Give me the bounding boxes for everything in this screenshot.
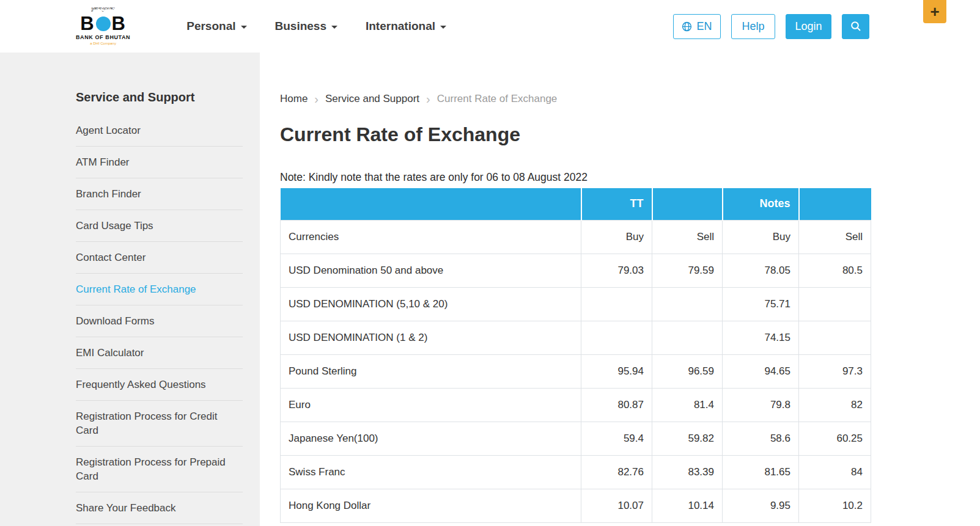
header-cell-notes: Notes (723, 188, 799, 220)
currency-cell: Pound Sterling (281, 354, 581, 388)
notes-sell-cell: 97.3 (799, 354, 871, 388)
plus-icon: + (930, 4, 939, 20)
currency-cell: Japanese Yen(100) (281, 422, 581, 455)
sidebar-item[interactable]: Contact Center (76, 242, 243, 274)
accessibility-plus-button[interactable]: + (923, 0, 946, 23)
tt-sell-cell: 10.14 (652, 489, 723, 522)
notes-buy-cell: 94.65 (723, 354, 799, 388)
breadcrumb-current-page: Current Rate of Exchange (437, 92, 558, 106)
currency-cell: Euro (281, 388, 581, 422)
main-nav: Personal Business International (186, 20, 446, 33)
subheader-notes-sell: Sell (799, 220, 871, 254)
notes-buy-cell: 79.8 (723, 388, 799, 422)
bank-logo[interactable]: འབྲུག་གི་དངུལ་ཁང་ B B BANK OF BHUTAN a D… (76, 7, 130, 45)
login-button[interactable]: Login (786, 14, 831, 39)
nav-business[interactable]: Business (275, 20, 337, 33)
logo-tagline: a DHI Company (90, 42, 116, 45)
notes-sell-cell: 84 (799, 455, 871, 489)
currency-cell: Swiss Franc (281, 455, 581, 489)
subheader-tt-sell: Sell (652, 220, 723, 254)
sidebar-item[interactable]: EMI Calculator (76, 337, 243, 369)
logo-bank-name: BANK OF BHUTAN (76, 35, 130, 40)
notes-buy-cell: 58.6 (723, 422, 799, 455)
sidebar-item[interactable]: Agent Locator (76, 115, 243, 147)
tt-sell-cell: 83.39 (652, 455, 723, 489)
notes-sell-cell: 60.25 (799, 422, 871, 455)
search-icon (850, 21, 861, 32)
rates-note: Note: Kindly note that the rates are onl… (280, 170, 980, 184)
nav-international[interactable]: International (366, 20, 446, 33)
sidebar-item[interactable]: ATM Finder (76, 147, 243, 178)
notes-sell-cell: 82 (799, 388, 871, 422)
header-actions: EN Help Login (673, 14, 869, 39)
notes-sell-cell (799, 321, 871, 354)
chevron-right-icon: › (314, 93, 319, 105)
sidebar-item[interactable]: Branch Finder (76, 178, 243, 210)
header: འབྲུག་གི་དངུལ་ཁང་ B B BANK OF BHUTAN a D… (0, 0, 980, 53)
header-cell-empty (652, 188, 723, 220)
rates-subheader-row: Currencies Buy Sell Buy Sell (281, 220, 871, 254)
tt-sell-cell: 59.82 (652, 422, 723, 455)
notes-buy-cell: 78.05 (723, 254, 799, 287)
chevron-down-icon (331, 26, 337, 29)
header-cell-empty (281, 188, 581, 220)
main-content: Home › Service and Support › Current Rat… (260, 53, 980, 526)
tt-buy-cell: 82.76 (581, 455, 652, 489)
sidebar-item[interactable]: Registration Process for Prepaid Card (76, 447, 243, 492)
tt-buy-cell: 59.4 (581, 422, 652, 455)
logo-mark: B B (80, 14, 126, 33)
tt-sell-cell (652, 287, 723, 321)
table-row: USD DENOMINATION (1 & 2) 74.15 (281, 321, 871, 354)
currency-cell: Hong Kong Dollar (281, 489, 581, 522)
logo-letter-b2: B (112, 14, 126, 33)
sidebar-title: Service and Support (76, 89, 243, 105)
notes-sell-cell: 10.2 (799, 489, 871, 522)
notes-sell-cell: 80.5 (799, 254, 871, 287)
table-row: Hong Kong Dollar 10.07 10.14 9.95 10.2 (281, 489, 871, 522)
tt-buy-cell: 10.07 (581, 489, 652, 522)
help-button[interactable]: Help (731, 14, 775, 39)
body: Service and Support Agent LocatorATM Fin… (0, 53, 980, 526)
tt-buy-cell: 79.03 (581, 254, 652, 287)
sidebar-item[interactable]: Current Rate of Exchange (76, 274, 243, 305)
nav-personal[interactable]: Personal (186, 20, 246, 33)
language-button[interactable]: EN (673, 14, 721, 39)
table-row: Japanese Yen(100) 59.4 59.82 58.6 60.25 (281, 422, 871, 455)
table-row: Pound Sterling 95.94 96.59 94.65 97.3 (281, 354, 871, 388)
subheader-currencies: Currencies (281, 220, 581, 254)
sidebar-item[interactable]: Share Your Feedback (76, 492, 243, 524)
exchange-rates-table: TT Notes Currencies Buy Sell Buy Sell (280, 188, 871, 523)
chevron-down-icon (440, 26, 446, 29)
breadcrumb: Home › Service and Support › Current Rat… (280, 92, 980, 106)
sidebar-item[interactable]: Registration Process for Credit Card (76, 401, 243, 447)
notes-buy-cell: 81.65 (723, 455, 799, 489)
tt-buy-cell (581, 287, 652, 321)
sidebar-item[interactable]: Frequently Asked Questions (76, 369, 243, 401)
header-cell-empty (799, 188, 871, 220)
page-title: Current Rate of Exchange (280, 121, 980, 148)
tt-sell-cell: 81.4 (652, 388, 723, 422)
tt-buy-cell (581, 321, 652, 354)
globe-icon (682, 21, 692, 32)
sidebar: Service and Support Agent LocatorATM Fin… (0, 53, 260, 526)
sidebar-list: Agent LocatorATM FinderBranch FinderCard… (76, 115, 243, 524)
tt-buy-cell: 95.94 (581, 354, 652, 388)
search-button[interactable] (842, 14, 869, 39)
header-cell-tt: TT (581, 188, 652, 220)
currency-cell: USD Denomination 50 and above (281, 254, 581, 287)
breadcrumb-service-and-support[interactable]: Service and Support (325, 92, 419, 106)
table-row: USD DENOMINATION (5,10 & 20) 75.71 (281, 287, 871, 321)
currency-cell: USD DENOMINATION (1 & 2) (281, 321, 581, 354)
sidebar-item[interactable]: Download Forms (76, 305, 243, 337)
subheader-tt-buy: Buy (581, 220, 652, 254)
sidebar-item[interactable]: Card Usage Tips (76, 210, 243, 242)
logo-letter-b1: B (80, 14, 94, 33)
rates-header-row: TT Notes (281, 188, 871, 220)
tt-buy-cell: 80.87 (581, 388, 652, 422)
table-row: Euro 80.87 81.4 79.8 82 (281, 388, 871, 422)
subheader-notes-buy: Buy (723, 220, 799, 254)
breadcrumb-home[interactable]: Home (280, 92, 308, 106)
notes-sell-cell (799, 287, 871, 321)
tt-sell-cell: 79.59 (652, 254, 723, 287)
tt-sell-cell (652, 321, 723, 354)
